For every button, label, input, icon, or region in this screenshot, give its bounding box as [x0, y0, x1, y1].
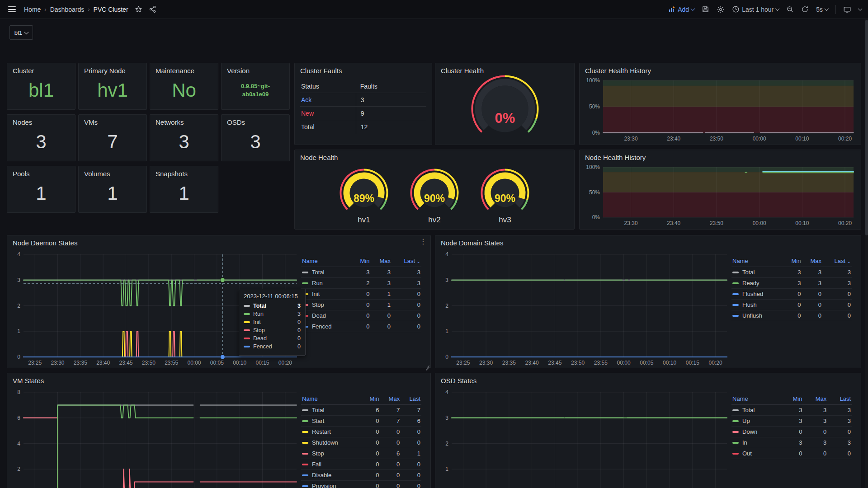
save-dashboard-icon[interactable]	[702, 5, 709, 13]
panel-title[interactable]: OSD States	[435, 373, 861, 385]
series-name[interactable]: Out	[742, 450, 752, 457]
panel-title[interactable]: Node Domain States	[435, 235, 861, 248]
scrollbar-thumb[interactable]	[865, 20, 868, 235]
series-name[interactable]: Total	[742, 407, 755, 413]
legend-header-max[interactable]: Max	[370, 256, 391, 267]
navbar-expand-chevron[interactable]	[858, 6, 863, 11]
legend-row[interactable]: Shutdown000	[301, 437, 421, 448]
series-name[interactable]: Shutdown	[312, 439, 338, 446]
refresh-icon[interactable]	[801, 5, 809, 13]
series-name[interactable]: Dead	[312, 312, 326, 319]
legend-header-name[interactable]: Name	[301, 394, 362, 405]
vm-states-chart[interactable]: 0246823:2523:3023:3523:4023:4523:5023:55…	[9, 388, 301, 488]
panel-title[interactable]: VM States	[7, 373, 430, 385]
series-name[interactable]: Run	[312, 280, 323, 286]
legend-row[interactable]: Total333	[301, 267, 421, 278]
panel-title[interactable]: Cluster Faults	[295, 63, 432, 75]
legend-header-last[interactable]: Last	[827, 394, 852, 405]
legend-header-last[interactable]: Last ⌄	[392, 256, 421, 267]
legend-header-name[interactable]: Name	[731, 394, 782, 405]
legend-row[interactable]: Down000	[731, 427, 852, 437]
series-name[interactable]: Total	[742, 269, 755, 276]
legend-row[interactable]: In333	[731, 437, 852, 448]
legend-row[interactable]: Out000	[731, 448, 852, 459]
series-name[interactable]: Fenced	[312, 323, 331, 330]
panel-title[interactable]: Node Health History	[580, 150, 861, 162]
faults-status[interactable]: Total	[300, 123, 356, 131]
panel-title[interactable]: Cluster Health	[435, 63, 574, 75]
legend-row[interactable]: Flushed000	[731, 289, 852, 300]
legend-row[interactable]: Dead000	[301, 310, 421, 321]
legend-header-max[interactable]: Max	[803, 394, 827, 405]
series-name[interactable]: Disable	[312, 472, 331, 479]
panel-menu-kebab-icon[interactable]: ⋮	[420, 238, 427, 245]
faults-col-status[interactable]: Status	[300, 83, 356, 90]
variable-dropdown-cluster[interactable]: bl1	[9, 25, 33, 40]
series-name[interactable]: Down	[742, 428, 757, 435]
dashboard-settings-gear-icon[interactable]	[717, 5, 725, 14]
zoom-out-icon[interactable]	[786, 5, 794, 13]
osd-states-chart[interactable]: 0123423:2523:3023:3523:4023:4523:5023:55…	[437, 388, 731, 488]
legend-header-min[interactable]: Min	[782, 394, 803, 405]
legend-row[interactable]: Start076	[301, 416, 421, 427]
faults-status[interactable]: New	[300, 110, 356, 117]
node-domain-states-chart[interactable]: 0123423:2523:3023:3523:4023:4523:5023:55…	[437, 250, 731, 367]
add-button[interactable]: Add	[668, 6, 694, 13]
time-range-picker[interactable]: Last 1 hour	[732, 5, 779, 13]
series-name[interactable]: Restart	[312, 428, 331, 435]
series-name[interactable]: Up	[742, 418, 750, 424]
legend-row[interactable]: Restart000	[301, 427, 421, 437]
legend-header-name[interactable]: Name	[731, 256, 784, 267]
panel-title[interactable]: Primary Node	[79, 63, 146, 75]
legend-row[interactable]: Fenced000	[301, 321, 421, 332]
series-name[interactable]: Ready	[742, 280, 760, 286]
refresh-interval-picker[interactable]: 5s	[816, 6, 828, 13]
panel-title[interactable]: Version	[222, 63, 289, 75]
share-icon[interactable]	[149, 5, 156, 13]
panel-resize-handle[interactable]	[425, 362, 429, 367]
faults-status[interactable]: Ack	[300, 96, 356, 103]
legend-row[interactable]: Init010	[301, 289, 421, 300]
panel-title[interactable]: Networks	[150, 115, 218, 127]
cluster-health-history-chart[interactable]: 0%50%100%23:3023:4023:5000:0000:1000:20	[582, 76, 858, 143]
panel-title[interactable]: Cluster	[7, 63, 75, 75]
series-name[interactable]: Total	[312, 407, 324, 413]
legend-header-min[interactable]: Min	[362, 394, 380, 405]
series-name[interactable]: Start	[312, 418, 324, 424]
series-name[interactable]: In	[742, 439, 747, 446]
panel-title[interactable]: Maintenance	[150, 63, 218, 75]
panel-title[interactable]: VMs	[79, 115, 146, 127]
legend-row[interactable]: Fail000	[301, 459, 421, 470]
legend-header-last[interactable]: Last	[401, 394, 421, 405]
legend-row[interactable]: Disable000	[301, 470, 421, 481]
legend-row[interactable]: Total333	[731, 405, 852, 416]
panel-title[interactable]: Node Daemon States	[7, 235, 430, 248]
legend-header-name[interactable]: Name	[301, 256, 352, 267]
legend-row[interactable]: Run233	[301, 278, 421, 289]
legend-header-min[interactable]: Min	[352, 256, 371, 267]
legend-row[interactable]: Up333	[731, 416, 852, 427]
series-name[interactable]: Stop	[312, 450, 324, 457]
series-name[interactable]: Flushed	[742, 291, 763, 297]
series-name[interactable]: Fail	[312, 461, 321, 468]
legend-header-max[interactable]: Max	[380, 394, 401, 405]
legend-header-last[interactable]: Last ⌄	[822, 256, 852, 267]
panel-title[interactable]: Nodes	[7, 115, 75, 127]
legend-row[interactable]: Unflush000	[731, 310, 852, 321]
legend-row[interactable]: Provision000	[301, 481, 421, 488]
legend-row[interactable]: Stop061	[301, 448, 421, 459]
series-name[interactable]: Provision	[312, 483, 336, 488]
menu-icon[interactable]	[6, 5, 18, 14]
series-name[interactable]: Unflush	[742, 312, 762, 319]
legend-row[interactable]: Total677	[301, 405, 421, 416]
legend-header-min[interactable]: Min	[784, 256, 802, 267]
node-health-history-chart[interactable]: 0%50%100%23:3023:4023:5000:0000:1000:20	[582, 163, 858, 227]
series-name[interactable]: Total	[312, 269, 324, 276]
series-name[interactable]: Flush	[742, 301, 757, 308]
series-name[interactable]: Init	[312, 291, 320, 297]
breadcrumb-dashboards[interactable]: Dashboards	[50, 6, 85, 13]
panel-title[interactable]: OSDs	[222, 115, 289, 127]
legend-row[interactable]: Flush000	[731, 300, 852, 310]
panel-title[interactable]: Pools	[7, 166, 75, 178]
favorite-star-icon[interactable]	[135, 5, 142, 13]
